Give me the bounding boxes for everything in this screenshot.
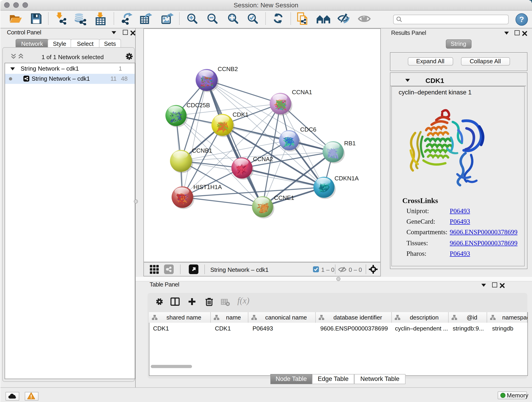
svg-text:HIST1H1A: HIST1H1A	[193, 184, 222, 191]
svg-text:CDC6: CDC6	[300, 126, 317, 133]
svg-text:CCNE1: CCNE1	[274, 194, 294, 201]
svg-text:CDK1: CDK1	[233, 111, 248, 118]
svg-text:CDC25B: CDC25B	[186, 102, 210, 109]
svg-text:CCNA1: CCNA1	[292, 89, 312, 96]
svg-text:CDKN1A: CDKN1A	[335, 175, 359, 182]
svg-text:CCNB1: CCNB1	[192, 147, 212, 154]
svg-text:CCNA2: CCNA2	[253, 156, 273, 162]
svg-text:RB1: RB1	[344, 140, 356, 147]
svg-text:CCNB2: CCNB2	[218, 65, 238, 72]
